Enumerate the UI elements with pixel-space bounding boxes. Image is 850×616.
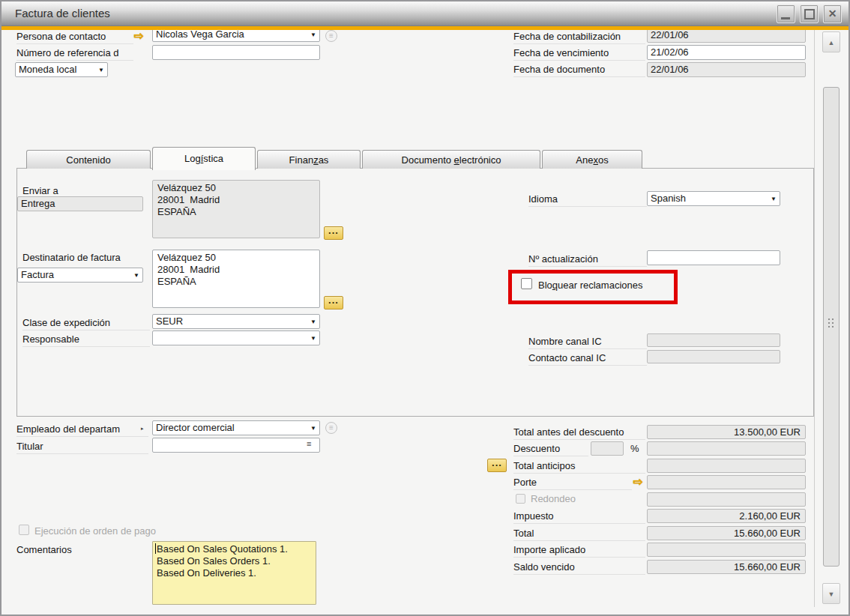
maximize-icon: [804, 9, 815, 19]
tab-finanzas[interactable]: Finanzas: [257, 150, 361, 169]
tab-mnemonic: e: [454, 154, 459, 166]
window-title: Factura de clientes: [15, 7, 110, 19]
owner-input[interactable]: [152, 438, 320, 453]
title-bar[interactable]: Factura de clientes ✕: [1, 1, 849, 26]
freight-label: Porte: [513, 477, 632, 490]
total-label: Total: [513, 528, 645, 541]
sales-employee-value: Director comercial: [156, 422, 235, 433]
total-before-discount-field: 13.500,00 EUR: [647, 425, 806, 439]
remarks-label: Comentarios: [16, 544, 148, 557]
posting-date-field: 22/01/06: [647, 28, 806, 43]
due-date-label: Fecha de vencimiento: [513, 47, 645, 61]
document-date-label: Fecha de documento: [513, 64, 645, 77]
document-date-field: 22/01/06: [647, 62, 806, 77]
scroll-up-button[interactable]: ▲: [822, 31, 840, 52]
posting-date-label: Fecha de contabilización: [513, 31, 645, 44]
down-payment-label: Total anticipos: [513, 460, 645, 474]
down-payment-browse-button[interactable]: ...: [487, 459, 507, 472]
payment-order-run-label: Ejecución de orden de pago: [34, 525, 156, 537]
rounding-label: Redondeo: [531, 493, 576, 504]
chevron-down-icon: ▼: [310, 425, 316, 432]
currency-value: Moneda local: [19, 64, 76, 75]
tab-label: os: [598, 154, 609, 166]
down-payment-field: [647, 459, 806, 473]
payment-order-run-checkbox: [19, 525, 29, 535]
contact-person-value: Nicolas Vega Garcia: [156, 28, 244, 40]
discount-label: Descuento: [513, 443, 588, 456]
rounding-checkbox: [516, 494, 525, 504]
contact-person-label: Persona de contacto: [16, 31, 133, 44]
tab-panel: [16, 168, 814, 417]
owner-label: Titular: [16, 441, 148, 454]
minimize-icon: [781, 17, 790, 19]
freight-field: [647, 475, 806, 489]
customer-invoice-window: Factura de clientes ✕ Persona de contact…: [0, 0, 850, 616]
balance-due-field: 15.660,00 EUR: [647, 560, 806, 574]
tab-label: Log: [184, 153, 201, 164]
reference-number-label: Número de referencia d: [16, 47, 133, 61]
tab-label: lectrónico: [459, 154, 501, 166]
tab-anexos[interactable]: Anexos: [542, 150, 642, 169]
remarks-textarea[interactable]: Based On Sales Quotations 1. Based On Sa…: [152, 541, 316, 605]
tab-label: Contenido: [66, 154, 110, 166]
balance-due-label: Saldo vencido: [513, 561, 645, 575]
freight-link-arrow-icon[interactable]: ⇨: [633, 477, 643, 487]
sales-employee-label: Empleado del departam: [16, 423, 148, 437]
text-caret: [155, 543, 156, 554]
tab-logistica[interactable]: Logística: [152, 147, 256, 170]
tax-field: 2.160,00 EUR: [647, 509, 806, 523]
sales-employee-list-button[interactable]: ≡: [325, 422, 337, 434]
currency-combo[interactable]: Moneda local ▼: [15, 62, 108, 77]
discount-percent-input[interactable]: [591, 441, 624, 456]
close-icon: ✕: [824, 5, 841, 22]
arrow-down-icon: ▼: [828, 591, 835, 598]
choose-from-list-icon[interactable]: ≡: [307, 439, 311, 448]
minimize-button[interactable]: [777, 4, 795, 23]
chevron-down-icon: ▼: [98, 67, 104, 73]
label-truncation-icon: ▸: [141, 426, 144, 432]
applied-amount-label: Importe aplicado: [513, 544, 645, 558]
percent-sign: %: [630, 443, 639, 454]
tax-label: Impuesto: [513, 510, 645, 524]
tab-label: stica: [203, 153, 223, 164]
discount-amount-field: [647, 441, 806, 456]
tab-label: Ane: [576, 154, 593, 166]
tab-label: as: [319, 154, 329, 166]
tab-contenido[interactable]: Contenido: [26, 150, 151, 169]
due-date-input[interactable]: 21/02/06: [647, 45, 806, 60]
total-field: 15.660,00 EUR: [647, 526, 806, 540]
list-icon: ≡: [329, 423, 334, 432]
scrollbar-thumb[interactable]: [823, 87, 840, 567]
close-button[interactable]: ✕: [823, 4, 842, 23]
list-icon: ≡: [329, 31, 334, 40]
total-before-discount-label: Total antes del descuento: [513, 426, 645, 440]
reference-number-input[interactable]: [152, 45, 320, 60]
link-arrow-icon[interactable]: ⇨: [134, 31, 144, 41]
chevron-down-icon: ▼: [310, 31, 316, 38]
contact-list-button[interactable]: ≡: [325, 30, 337, 42]
rounding-field: [647, 492, 806, 507]
sales-employee-combo[interactable]: Director comercial ▼: [152, 420, 320, 435]
arrow-up-icon: ▲: [828, 39, 835, 46]
resize-grip-icon[interactable]: [828, 318, 830, 320]
applied-amount-field: [647, 543, 806, 557]
maximize-button[interactable]: [800, 4, 819, 23]
tab-label: Finan: [289, 154, 314, 166]
content-divider: [814, 30, 815, 607]
tab-label: Documento: [402, 154, 454, 166]
scroll-down-button[interactable]: ▼: [822, 583, 840, 604]
tab-documento-electronico[interactable]: Documento electrónico: [362, 150, 540, 169]
